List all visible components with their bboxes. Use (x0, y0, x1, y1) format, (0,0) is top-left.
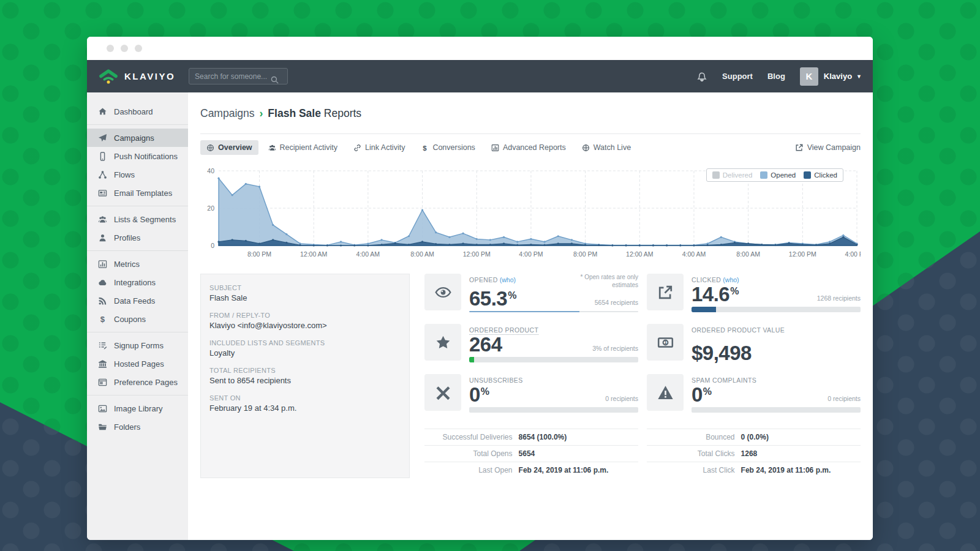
sidebar-item-label: Email Templates (114, 189, 172, 198)
stat-label: OPENED (469, 276, 498, 283)
tab-watch-live[interactable]: Watch Live (576, 140, 637, 155)
tab-label: Conversions (432, 143, 475, 152)
sidebar-item-label: Integrations (114, 278, 156, 287)
legend-item-clicked[interactable]: Clicked (804, 171, 837, 179)
tab-label: Recipient Activity (280, 143, 337, 152)
tab-overview[interactable]: Overview (200, 140, 258, 155)
mobile-icon (98, 152, 107, 161)
sidebar-item-metrics[interactable]: Metrics (87, 255, 188, 273)
globe-icon (582, 144, 590, 152)
paper-plane-icon (98, 133, 107, 143)
banknote-icon: 1 (657, 334, 674, 351)
svg-text:0: 0 (211, 242, 214, 249)
bar-chart-icon (491, 144, 499, 152)
window-dot[interactable] (135, 45, 142, 52)
sidebar-item-signup-forms[interactable]: Signup Forms (87, 336, 188, 354)
info-group: INCLUDED LISTS AND SEGMENTSLoyalty (209, 339, 401, 358)
sidebar-item-dashboard[interactable]: Dashboard (87, 102, 188, 121)
stat-icon-box (424, 274, 461, 310)
view-campaign-link[interactable]: View Campaign (795, 143, 861, 152)
sidebar-item-integrations[interactable]: Integrations (87, 273, 188, 291)
tab-advanced-reports[interactable]: Advanced Reports (485, 140, 572, 155)
summary-label: Total Opens (424, 449, 519, 458)
sidebar-item-label: Push Notifications (114, 152, 178, 161)
warning-icon (657, 384, 674, 401)
tab-link-activity[interactable]: Link Activity (347, 140, 411, 155)
stat-value: 0% (469, 385, 489, 404)
summary-value: Feb 24, 2019 at 11:06 p.m. (741, 466, 831, 474)
stat-value: $9,498 (692, 343, 752, 362)
sidebar-item-label: Coupons (114, 315, 146, 324)
sidebar-item-image-library[interactable]: Image Library (87, 399, 188, 418)
sidebar-item-campaigns[interactable]: Campaigns (87, 129, 188, 147)
sidebar-section: CampaignsPush NotificationsFlowsEmail Te… (87, 124, 188, 206)
summary-row: Last OpenFeb 24, 2019 at 11:06 p.m. (424, 462, 638, 478)
sidebar-item-coupons[interactable]: $Coupons (87, 310, 188, 328)
page-title-suffix: Reports (324, 107, 361, 119)
main-content: Campaigns›Flash Sale Reports OverviewRec… (188, 92, 873, 540)
rss-icon (98, 296, 107, 305)
sidebar-section: Dashboard (87, 99, 188, 124)
sidebar-item-folders[interactable]: Folders (87, 418, 188, 436)
external-icon (657, 284, 674, 301)
summary-row: Total Opens5654 (424, 445, 638, 462)
notifications-bell-button[interactable] (696, 71, 707, 82)
home-icon (98, 107, 107, 116)
stat-card-ordered-product: ORDERED PRODUCT2643% of recipients (424, 324, 638, 362)
sidebar-item-label: Preference Pages (114, 378, 178, 387)
klaviyo-logo-icon (98, 69, 119, 84)
svg-text:$: $ (423, 144, 428, 151)
stat-recipients: 5654 recipients (595, 299, 638, 306)
sidebar-item-label: Profiles (114, 233, 140, 242)
sidebar: DashboardCampaignsPush NotificationsFlow… (87, 92, 188, 540)
sidebar-item-lists-segments[interactable]: Lists & Segments (87, 210, 188, 228)
tab-recipient-activity[interactable]: Recipient Activity (262, 140, 344, 155)
sidebar-item-label: Flows (114, 170, 135, 179)
nav-link-blog[interactable]: Blog (767, 72, 785, 81)
klaviyo-logo[interactable]: KLAVIYO (98, 69, 175, 84)
stat-icon-box (647, 374, 684, 411)
link-icon (353, 144, 361, 152)
window-dot[interactable] (121, 45, 128, 52)
sidebar-item-email-templates[interactable]: Email Templates (87, 184, 188, 202)
sidebar-item-profiles[interactable]: Profiles (87, 228, 188, 247)
dollar-icon: $ (421, 144, 429, 152)
brand-name: KLAVIYO (124, 71, 175, 81)
sidebar-item-label: Folders (114, 422, 140, 432)
sidebar-item-preference-pages[interactable]: Preference Pages (87, 373, 188, 391)
stat-recipients: 3% of recipients (592, 345, 638, 352)
sidebar-item-push-notifications[interactable]: Push Notifications (87, 147, 188, 165)
breadcrumb-campaigns[interactable]: Campaigns (200, 107, 255, 119)
info-label: FROM / REPLY-TO (209, 312, 401, 319)
stat-icon-box (424, 374, 461, 411)
legend-item-opened[interactable]: Opened (760, 171, 796, 179)
summary-value: 8654 (100.0%) (519, 433, 567, 441)
user-menu[interactable]: K Klaviyo ▼ (800, 67, 862, 86)
info-value: Flash Sale (209, 293, 401, 302)
image-icon (98, 404, 107, 413)
info-label: TOTAL RECIPIENTS (209, 367, 401, 374)
tab-conversions[interactable]: $Conversions (415, 140, 481, 155)
sidebar-item-flows[interactable]: Flows (87, 165, 188, 184)
top-navbar: KLAVIYO Support Blog K Klaviyo ▼ (87, 60, 873, 92)
summary-table-left: Successful Deliveries8654 (100.0%)Total … (424, 429, 638, 478)
stat-card-ordered-product-value: 1ORDERED PRODUCT VALUE$9,498 (647, 324, 861, 362)
tab-label: Link Activity (365, 143, 405, 152)
legend-item-delivered[interactable]: Delivered (712, 171, 753, 179)
sidebar-item-data-feeds[interactable]: Data Feeds (87, 291, 188, 310)
window-dot[interactable] (107, 45, 114, 52)
svg-text:12:00 PM: 12:00 PM (463, 250, 491, 258)
svg-text:20: 20 (207, 204, 214, 212)
svg-text:12:00 AM: 12:00 AM (300, 250, 327, 258)
who-link[interactable]: (who) (500, 276, 516, 283)
sidebar-item-label: Metrics (114, 260, 140, 269)
sidebar-item-label: Data Feeds (114, 296, 155, 305)
sidebar-item-hosted-pages[interactable]: Hosted Pages (87, 354, 188, 373)
stat-recipients: 0 recipients (827, 395, 861, 402)
stat-card-opened: OPENED(who)* Open rates are only estimat… (424, 274, 638, 312)
svg-text:4:00 AM: 4:00 AM (356, 250, 380, 258)
info-value: February 19 at 4:34 p.m. (209, 403, 401, 413)
svg-text:$: $ (100, 315, 105, 324)
nav-link-support[interactable]: Support (722, 72, 753, 81)
stat-recipients: 0 recipients (605, 395, 638, 402)
